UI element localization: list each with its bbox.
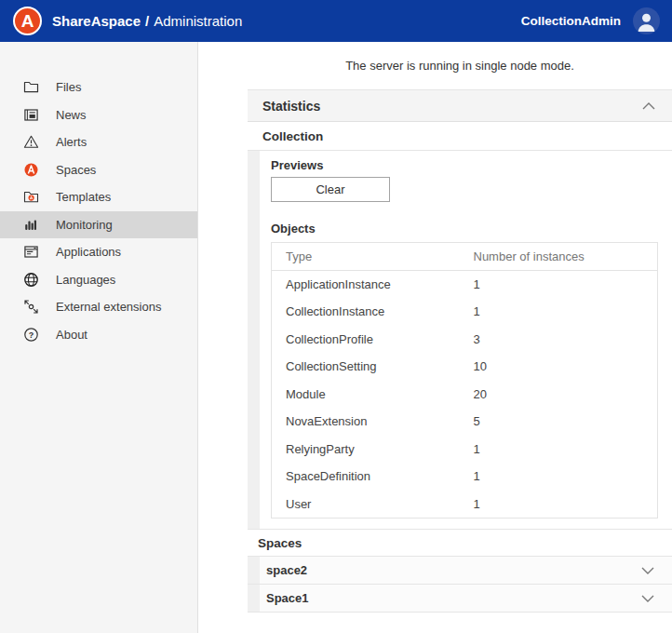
count-cell: 1 xyxy=(473,271,658,299)
application-window-icon xyxy=(23,244,39,260)
type-cell: User xyxy=(272,491,473,519)
sidebar-item-news[interactable]: News xyxy=(0,101,197,129)
sidebar-item-templates[interactable]: Templates xyxy=(0,183,197,211)
sidebar-item-label: Files xyxy=(56,80,81,94)
indent-strip xyxy=(248,151,260,529)
shareaspace-logo-icon[interactable]: A xyxy=(13,7,42,35)
sidebar-item-monitoring[interactable]: Monitoring xyxy=(0,211,197,239)
space-row-space2[interactable]: space2 xyxy=(248,557,672,585)
sidebar-item-label: About xyxy=(56,328,87,342)
count-cell: 1 xyxy=(473,491,658,519)
count-cell: 3 xyxy=(473,326,658,354)
type-cell: Module xyxy=(272,381,473,409)
svg-text:?: ? xyxy=(29,330,34,339)
table-row: CollectionSetting10 xyxy=(272,353,658,381)
spaces-title: Spaces xyxy=(258,536,302,550)
count-cell: 10 xyxy=(473,353,658,381)
table-row: RelyingParty1 xyxy=(272,436,658,464)
bar-chart-icon xyxy=(23,217,39,233)
current-user-label[interactable]: CollectionAdmin xyxy=(521,14,621,28)
statistics-section-header[interactable]: Statistics xyxy=(248,90,672,122)
table-row: CollectionInstance1 xyxy=(272,298,658,326)
brand-name: ShareAspace xyxy=(52,13,141,29)
type-cell: CollectionSetting xyxy=(272,353,473,381)
count-cell: 5 xyxy=(473,408,658,436)
indent-strip xyxy=(248,557,260,584)
collection-section-body: Previews Clear Objects Type Number of in… xyxy=(248,151,672,529)
question-circle-icon: ? xyxy=(23,327,39,343)
count-cell: 1 xyxy=(473,463,658,491)
type-cell: RelyingParty xyxy=(272,436,473,464)
sidebar-item-label: Monitoring xyxy=(56,218,113,232)
objects-label: Objects xyxy=(271,222,658,236)
section-name: Administration xyxy=(154,13,242,29)
count-cell: 1 xyxy=(473,436,658,464)
sidebar-item-label: Spaces xyxy=(56,163,96,177)
sidebar-item-applications[interactable]: Applications xyxy=(0,238,197,266)
table-header-row: Type Number of instances xyxy=(272,243,658,271)
type-cell: NovaExtension xyxy=(272,408,473,436)
table-row: CollectionProfile3 xyxy=(272,326,658,354)
chevron-down-icon xyxy=(641,567,654,574)
sidebar-item-label: Templates xyxy=(56,190,111,204)
type-cell: CollectionProfile xyxy=(272,326,473,354)
count-cell: 1 xyxy=(473,298,658,326)
sidebar-item-external-extensions[interactable]: External extensions xyxy=(0,293,197,321)
sidebar-item-alerts[interactable]: Alerts xyxy=(0,128,197,156)
space-label: Space1 xyxy=(266,591,309,605)
column-header-type: Type xyxy=(272,243,473,271)
objects-table: Type Number of instances ApplicationInst… xyxy=(271,242,658,519)
collection-section-header: Collection xyxy=(248,122,672,151)
sidebar-item-label: External extensions xyxy=(56,300,161,314)
folder-icon xyxy=(23,79,39,95)
sidebar-item-languages[interactable]: Languages xyxy=(0,266,197,294)
alert-triangle-icon xyxy=(23,134,39,150)
table-row: ApplicationInstance1 xyxy=(272,271,658,299)
table-row: SpaceDefinition1 xyxy=(272,463,658,491)
table-row: NovaExtension5 xyxy=(272,408,658,436)
sidebar-item-label: Applications xyxy=(56,245,121,259)
table-row: Module20 xyxy=(272,381,658,409)
clear-previews-button[interactable]: Clear xyxy=(271,177,390,202)
column-header-instances: Number of instances xyxy=(473,243,658,271)
external-extensions-icon xyxy=(23,299,39,315)
sidebar-item-label: Alerts xyxy=(56,135,87,149)
title-divider: / xyxy=(145,13,149,29)
top-header: A ShareAspace/Administration CollectionA… xyxy=(0,0,672,42)
spaces-section-header: Spaces xyxy=(248,529,672,557)
space-row-space1[interactable]: Space1 xyxy=(248,585,672,613)
sidebar-item-label: Languages xyxy=(56,273,115,287)
count-cell: 20 xyxy=(473,381,658,409)
collection-title: Collection xyxy=(262,129,323,143)
logo-letter: A xyxy=(21,12,34,30)
main-content: The server is running in single node mod… xyxy=(248,42,672,633)
table-row: User1 xyxy=(272,491,658,519)
chevron-down-icon xyxy=(641,595,654,602)
type-cell: CollectionInstance xyxy=(272,298,473,326)
globe-icon xyxy=(23,272,39,288)
previews-label: Previews xyxy=(271,158,658,173)
user-avatar-icon[interactable] xyxy=(633,7,660,34)
news-icon xyxy=(23,107,39,123)
sidebar-item-about[interactable]: ? About xyxy=(0,321,197,349)
type-cell: SpaceDefinition xyxy=(272,463,473,491)
server-mode-text: The server is running in single node mod… xyxy=(345,59,574,73)
sidebar-item-label: News xyxy=(56,108,87,122)
server-mode-banner: The server is running in single node mod… xyxy=(248,42,672,90)
chevron-up-icon xyxy=(642,102,655,110)
template-folder-icon xyxy=(23,189,39,205)
space-label: space2 xyxy=(266,563,307,577)
sidebar-item-spaces[interactable]: Spaces xyxy=(0,156,197,184)
statistics-title: Statistics xyxy=(262,99,320,114)
app-title: ShareAspace/Administration xyxy=(52,13,242,29)
sidebar-nav: Files News Alerts Spaces Templates xyxy=(0,42,198,633)
sidebar-item-files[interactable]: Files xyxy=(0,74,197,101)
spaces-logo-icon xyxy=(23,162,39,178)
type-cell: ApplicationInstance xyxy=(272,271,473,299)
indent-strip xyxy=(248,585,260,612)
